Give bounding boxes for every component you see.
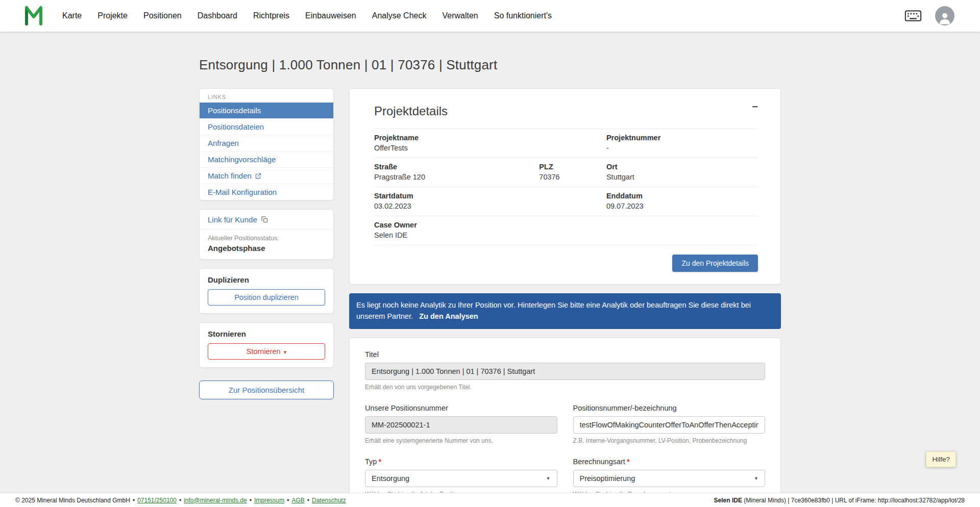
sidebar-item-label: E-Mail Konfiguration [208, 188, 277, 196]
position-form-card: Titel Erhält den von uns vorgegebenen Ti… [349, 338, 781, 507]
nav-item-so-funktionierts[interactable]: So funktioniert's [494, 11, 552, 20]
copy-icon [261, 216, 268, 223]
sidebar-item-positionsdateien[interactable]: Positionsdateien [200, 118, 333, 135]
table-row: Startdatum 03.02.2023 Enddatum 09.07.202… [374, 187, 758, 216]
nav-item-richtpreis[interactable]: Richtpreis [253, 11, 289, 20]
sidebar-item-label: Positionsdetails [208, 106, 261, 115]
nav-item-projekte[interactable]: Projekte [97, 11, 128, 20]
typ-select[interactable]: Entsorgung ▼ [365, 470, 557, 487]
position-overview-button[interactable]: Zur Positionsübersicht [199, 381, 334, 399]
project-details-table: Projektname OfferTests Projektnummer - S… [374, 129, 758, 245]
titel-label: Titel [365, 350, 765, 359]
duplicate-position-button[interactable]: Position duplizieren [208, 289, 325, 306]
sidebar-item-anfragen[interactable]: Anfragen [200, 135, 333, 151]
berechnungsart-select[interactable]: Preisoptimierung ▼ [573, 470, 766, 487]
footer-separator: • [250, 497, 252, 504]
case-owner-label: Case Owner [374, 221, 758, 229]
footer: © 2025 Mineral Minds Deutschland GmbH • … [0, 493, 980, 507]
footer-email-link[interactable]: info@mineral-minds.de [184, 497, 247, 504]
footer-agb-link[interactable]: AGB [291, 497, 304, 504]
collapse-icon[interactable]: − [752, 101, 758, 113]
footer-impressum-link[interactable]: Impressum [254, 497, 284, 504]
typ-label: Typ* [365, 458, 557, 466]
go-to-project-details-button[interactable]: Zu den Projektdetails [672, 255, 758, 272]
analytics-banner: Es liegt noch keine Analytik zu Ihrer Po… [349, 293, 781, 329]
nav-item-verwalten[interactable]: Verwalten [442, 11, 478, 20]
project-details-heading: Projektdetails [374, 104, 758, 118]
sidebar-item-positionsdetails[interactable]: Positionsdetails [200, 103, 333, 118]
enddatum-label: Enddatum [606, 192, 758, 200]
nav-item-positionen[interactable]: Positionen [143, 11, 182, 20]
footer-session-details: (Mineral Minds) | 7ce360e83fb0 | URL of … [742, 497, 965, 504]
titel-helper: Erhält den von uns vorgegebenen Titel. [365, 384, 765, 391]
links-card: LINKS Positionsdetails Positionsdateien … [199, 88, 334, 200]
footer-separator: • [307, 497, 309, 504]
projektname-value: OfferTests [374, 144, 606, 152]
footer-separator: • [133, 497, 135, 504]
top-navbar: Karte Projekte Positionen Dashboard Rich… [0, 0, 980, 32]
positionsnummer-bezeichnung-input[interactable] [573, 416, 766, 434]
cancel-card: Stornieren Stornieren▾ [199, 322, 334, 368]
table-row: Case Owner Selen IDE [374, 216, 758, 245]
banner-text: Es liegt noch keine Analytik zu Ihrer Po… [356, 301, 751, 320]
help-button[interactable]: Hilfe? [926, 451, 956, 467]
nav-item-dashboard[interactable]: Dashboard [198, 11, 237, 20]
ort-label: Ort [606, 163, 758, 171]
duplicate-card: Duplizieren Position duplizieren [199, 268, 334, 314]
chevron-down-icon: ▼ [546, 476, 551, 481]
projektnummer-value: - [606, 144, 758, 152]
sidebar-item-label: Matchingvorschläge [208, 155, 276, 164]
case-owner-value: Selen IDE [374, 231, 758, 239]
footer-copyright: © 2025 Mineral Minds Deutschland GmbH [15, 497, 130, 504]
sidebar-item-email-konfiguration[interactable]: E-Mail Konfiguration [200, 184, 333, 200]
duplicate-heading: Duplizieren [208, 275, 325, 284]
customer-link-label: Link für Kunde [208, 215, 257, 224]
plz-label: PLZ [539, 163, 606, 171]
chevron-down-icon: ▼ [754, 476, 758, 481]
sidebar-item-label: Anfragen [208, 139, 239, 147]
sidebar-item-matchingvorschlaege[interactable]: Matchingvorschläge [200, 151, 333, 167]
required-asterisk: * [627, 458, 630, 466]
keyboard-shortcuts-button[interactable] [904, 10, 922, 21]
external-link-icon [255, 172, 262, 180]
table-row: Projektname OfferTests Projektnummer - [374, 129, 758, 158]
user-avatar-button[interactable] [935, 6, 954, 26]
main-nav: Karte Projekte Positionen Dashboard Rich… [62, 11, 552, 20]
cancel-dropdown-button[interactable]: Stornieren▾ [208, 343, 325, 360]
nav-item-karte[interactable]: Karte [62, 11, 82, 20]
berechnungsart-select-value: Preisoptimierung [580, 474, 635, 483]
cancel-heading: Stornieren [208, 329, 325, 338]
customer-link[interactable]: Link für Kunde [208, 215, 325, 224]
footer-phone-link[interactable]: 07151/250100 [137, 497, 177, 504]
logo-icon [23, 6, 44, 26]
nav-item-analyse-check[interactable]: Analyse Check [372, 11, 427, 20]
chevron-down-icon: ▾ [284, 349, 287, 355]
person-icon [937, 10, 952, 26]
startdatum-label: Startdatum [374, 192, 606, 200]
mineral-minds-logo[interactable] [23, 6, 44, 26]
footer-user-name: Selen IDE [714, 497, 742, 504]
plz-value: 70376 [539, 173, 606, 181]
startdatum-value: 03.02.2023 [374, 202, 606, 210]
status-card: Link für Kunde Aktueller Positionsstatus… [199, 209, 334, 260]
project-details-card: Projektdetails − Projektname OfferTests … [349, 88, 781, 285]
go-to-analyses-link[interactable]: Zu den Analysen [419, 312, 478, 320]
strasse-label: Straße [374, 163, 539, 171]
strasse-value: Pragstraße 120 [374, 173, 539, 181]
required-asterisk: * [378, 458, 381, 466]
titel-input [365, 363, 765, 380]
links-card-header: LINKS [200, 89, 333, 103]
typ-select-value: Entsorgung [372, 474, 409, 483]
positionsnummer-bezeichnung-helper: Z.B. Interne-Vorgangsnummer, LV-Position… [573, 437, 766, 444]
keyboard-icon [904, 10, 922, 21]
main-column: Projektdetails − Projektname OfferTests … [349, 88, 781, 507]
projektname-label: Projektname [374, 134, 606, 142]
unsere-positionsnummer-input [365, 416, 557, 434]
sidebar: LINKS Positionsdetails Positionsdateien … [199, 88, 334, 399]
sidebar-item-label: Positionsdateien [208, 122, 264, 131]
divider [200, 229, 333, 230]
footer-datenschutz-link[interactable]: Datenschutz [312, 497, 346, 504]
nav-item-einbauweisen[interactable]: Einbauweisen [305, 11, 356, 20]
sidebar-item-match-finden[interactable]: Match finden [200, 167, 333, 184]
table-row: Straße Pragstraße 120 PLZ 70376 Ort Stut… [374, 158, 758, 187]
